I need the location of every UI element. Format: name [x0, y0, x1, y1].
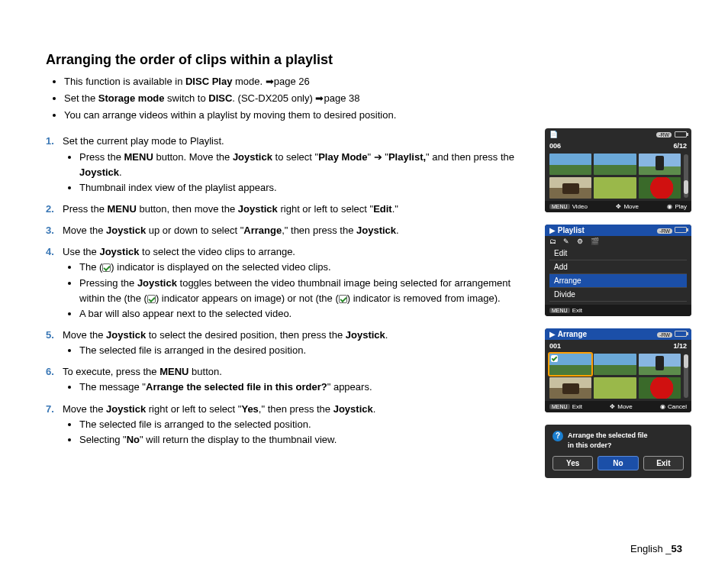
video-thumbnail [594, 377, 636, 399]
video-thumbnail [639, 154, 681, 175]
video-thumbnail [549, 154, 591, 175]
intro-item: This function is available in DISC Play … [64, 74, 527, 89]
menu-title: Playlist [558, 226, 585, 234]
playlist-icon: ▶ [549, 330, 556, 338]
section-heading: Arranging the order of clips within a pl… [46, 52, 527, 68]
video-thumbnail [639, 177, 681, 199]
clip-index: 006 [549, 142, 561, 150]
menu-item-edit: Edit [549, 247, 687, 260]
video-thumbnail [594, 354, 636, 375]
step-number: 4. [46, 244, 54, 260]
video-thumbnail [549, 377, 591, 399]
dialog-no-button: No [598, 456, 638, 470]
disc-type-badge: -RW [657, 332, 672, 338]
battery-icon [675, 131, 687, 137]
intro-item: Set the Storage mode switch to DISC. (SC… [64, 91, 527, 106]
step: 2. Press the MENU button, then move the … [46, 202, 527, 217]
substep: The message "Arrange the selected file i… [79, 380, 527, 395]
thumbnail-scrollbar [684, 354, 688, 398]
step: 3. Move the Joystick up or down to selec… [46, 223, 527, 238]
steps-list: 1. Set the current play mode to Playlist… [46, 134, 527, 448]
video-thumbnail [549, 177, 591, 199]
tab-icon: ✎ [563, 238, 571, 245]
clip-total: 6/12 [673, 142, 687, 150]
video-thumbnail [594, 177, 636, 199]
device-screenshot-confirm: ? Arrange the selected filein this order… [545, 425, 691, 478]
question-icon: ? [552, 431, 563, 441]
checkmark-icon [102, 263, 111, 272]
menu-hint-icon: MENU [549, 308, 570, 313]
step-number: 7. [46, 402, 54, 417]
play-hint-icon: ◉ [667, 203, 672, 210]
clip-total: 1/12 [673, 342, 687, 350]
substep: The () indicator is displayed on the sel… [79, 260, 527, 275]
battery-icon [675, 331, 687, 337]
clip-index: 001 [549, 342, 561, 350]
dialog-exit-button: Exit [643, 456, 684, 470]
dialog-message-line: Arrange the selected file [568, 431, 648, 439]
step: 7. Move the Joystick right or left to se… [46, 402, 527, 448]
video-thumbnail [639, 354, 681, 375]
step: 5. Move the Joystick to select the desir… [46, 328, 527, 358]
menu-item-add: Add [549, 260, 687, 274]
substep: Thumbnail index view of the playlist app… [79, 180, 527, 196]
step: 1. Set the current play mode to Playlist… [46, 134, 527, 196]
substep: Press the MENU button. Move the Joystick… [79, 150, 527, 180]
move-hint-icon: ✥ [610, 403, 615, 410]
device-screenshot-arrange: ▶ Arrange-RW 0011/12 MENU Exit ✥ Move ◉ … [545, 328, 691, 412]
tab-icon: 🗂 [549, 238, 557, 245]
thumbnail-scrollbar [684, 154, 688, 198]
substep: Pressing the Joystick toggles between th… [79, 276, 527, 306]
device-screenshot-menu: ▶ Playlist-RW 🗂✎⚙🎬 Edit Add Arrange Divi… [545, 225, 691, 316]
checkmark-icon [339, 295, 347, 303]
disc-type-badge: -RW [657, 228, 672, 234]
move-hint-icon: ✥ [616, 203, 621, 210]
step-number: 3. [46, 223, 54, 238]
disc-type-badge: -RW [656, 132, 672, 137]
step-number: 5. [46, 328, 54, 343]
tab-icon: 🎬 [591, 238, 598, 245]
device-screenshot-thumbnails: 📄-RW 0066/12 MENU Video ✥ Move ◉ Play [545, 128, 691, 212]
video-thumbnail [639, 377, 681, 399]
playlist-icon: ▶ [549, 226, 556, 234]
checkmark-icon [147, 295, 156, 303]
page-footer: English _53 [630, 543, 682, 554]
dialog-yes-button: Yes [552, 456, 593, 470]
substep: A bar will also appear next to the selec… [79, 306, 527, 322]
menu-hint-icon: MENU [549, 204, 570, 209]
substep: Selecting "No" will return the display t… [79, 432, 527, 448]
menu-hint-icon: MENU [549, 404, 570, 409]
substep: The selected file is arranged in the des… [79, 343, 527, 358]
video-thumbnail-selected [549, 354, 591, 375]
battery-icon [675, 227, 687, 233]
menu-item-arrange: Arrange [549, 274, 687, 288]
menu-item-divide: Divide [549, 288, 687, 302]
step-number: 2. [46, 202, 54, 217]
step-number: 1. [46, 134, 54, 149]
tab-icon: ⚙ [577, 238, 585, 245]
step: 4. Use the Joystick to select the video … [46, 244, 527, 322]
dialog-message-line: in this order? [568, 441, 612, 449]
screen-title: Arrange [558, 330, 587, 338]
substep: The selected file is arranged to the sel… [79, 417, 527, 432]
intro-item: You can arrange videos within a playlist… [64, 108, 527, 123]
video-thumbnail [594, 154, 636, 175]
cancel-hint-icon: ◉ [660, 403, 665, 410]
intro-list: This function is available in DISC Play … [64, 74, 527, 123]
step: 6. To execute, press the MENU button. Th… [46, 364, 527, 395]
step-number: 6. [46, 364, 54, 380]
